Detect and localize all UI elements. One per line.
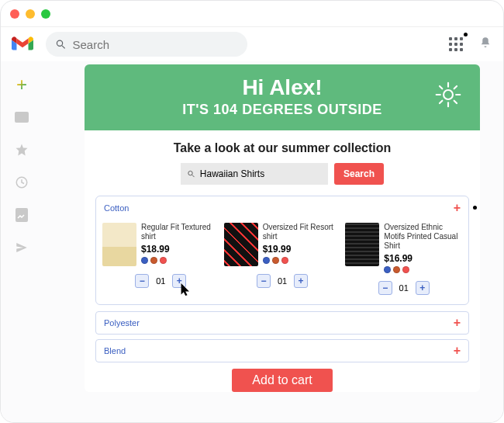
window-zoom-dot[interactable] <box>41 9 50 19</box>
banner-greeting: Hi Alex! <box>92 75 472 100</box>
window-close-dot[interactable] <box>10 9 19 19</box>
sidebar-sent-icon[interactable] <box>14 240 29 255</box>
category-label: Polyester <box>104 318 140 328</box>
product-search-row: Search <box>85 163 480 185</box>
main-body: + Hi Alex! IT'S 104 DEGREES OUTSIDE <box>1 61 503 422</box>
qty-plus-button[interactable]: + <box>172 274 186 288</box>
cursor-icon <box>180 282 192 297</box>
category-label: Blend <box>104 346 126 355</box>
category-cotton: Cotton + Regular Fit Textured shirt $18.… <box>95 196 469 305</box>
product-card: Oversized Ethnic Motifs Printed Casual S… <box>345 223 462 301</box>
bell-icon <box>478 36 492 50</box>
svg-point-5 <box>444 90 453 99</box>
gmail-logo-icon <box>12 36 33 53</box>
svg-line-10 <box>440 86 442 88</box>
product-price: $16.99 <box>384 253 462 264</box>
svg-line-1 <box>62 46 65 49</box>
category-blend[interactable]: Blend + <box>95 339 469 362</box>
swatch-red[interactable] <box>160 257 167 264</box>
swatch-brown[interactable] <box>272 257 279 264</box>
swatch-blue[interactable] <box>384 266 391 273</box>
qty-minus-button[interactable]: − <box>378 281 392 295</box>
global-search[interactable] <box>46 32 247 57</box>
svg-line-11 <box>454 101 457 103</box>
swatch-brown[interactable] <box>393 266 400 273</box>
product-search-input[interactable] <box>200 168 322 179</box>
product-name: Oversized Fit Resort shirt <box>263 223 341 241</box>
product-image[interactable] <box>224 223 258 266</box>
category-header-cotton[interactable]: Cotton + <box>96 196 468 220</box>
quantity-stepper: − 01 + <box>102 274 219 288</box>
sidebar-snoozed-icon[interactable] <box>14 175 29 190</box>
qty-value: 01 <box>155 276 166 286</box>
email-content-area: Hi Alex! IT'S 104 DEGREES OUTSIDE Take a… <box>43 61 503 422</box>
svg-point-14 <box>188 171 192 175</box>
product-price: $19.99 <box>263 244 341 255</box>
svg-rect-4 <box>16 208 28 222</box>
compose-button[interactable]: + <box>14 77 29 92</box>
qty-value: 01 <box>399 283 409 293</box>
svg-line-12 <box>454 86 457 88</box>
product-search-box[interactable] <box>181 163 328 185</box>
sun-icon <box>435 81 461 108</box>
decorative-dot <box>473 206 477 210</box>
qty-plus-button[interactable]: + <box>416 281 430 295</box>
expand-icon: + <box>454 316 461 330</box>
color-swatches <box>141 257 219 264</box>
top-toolbar <box>1 27 503 61</box>
app-window: + Hi Alex! IT'S 104 DEGREES OUTSIDE <box>0 0 504 423</box>
product-name: Oversized Ethnic Motifs Printed Casual S… <box>384 223 462 251</box>
qty-value: 01 <box>277 276 288 286</box>
category-label: Cotton <box>104 203 129 213</box>
color-swatches <box>384 266 462 273</box>
expand-icon: + <box>454 344 461 358</box>
swatch-red[interactable] <box>281 257 288 264</box>
swatch-blue[interactable] <box>263 257 270 264</box>
product-price: $18.99 <box>141 244 219 255</box>
notification-dot <box>464 33 468 36</box>
product-image[interactable] <box>102 223 136 266</box>
qty-plus-button[interactable]: + <box>294 274 308 288</box>
expand-icon: + <box>454 201 461 215</box>
promo-banner: Hi Alex! IT'S 104 DEGREES OUTSIDE <box>85 64 480 130</box>
quantity-stepper: − 01 + <box>224 274 341 288</box>
svg-line-13 <box>440 101 442 103</box>
category-polyester[interactable]: Polyester + <box>95 311 469 335</box>
product-list: Regular Fit Textured shirt $18.99 <box>96 220 468 304</box>
qty-minus-button[interactable]: − <box>135 274 149 288</box>
global-search-input[interactable] <box>72 38 238 51</box>
color-swatches <box>263 257 341 264</box>
product-search-button[interactable]: Search <box>334 163 384 185</box>
sidebar-inbox-icon[interactable] <box>14 109 29 125</box>
window-minimize-dot[interactable] <box>26 9 35 19</box>
banner-headline: IT'S 104 DEGREES OUTSIDE <box>92 102 472 118</box>
svg-rect-2 <box>15 112 29 123</box>
email-card: Hi Alex! IT'S 104 DEGREES OUTSIDE Take a… <box>85 64 480 392</box>
apps-button[interactable] <box>449 37 463 51</box>
quantity-stepper: − 01 + <box>345 281 462 295</box>
swatch-blue[interactable] <box>141 257 148 264</box>
swatch-brown[interactable] <box>150 257 157 264</box>
window-titlebar <box>1 1 503 27</box>
add-to-cart-button[interactable]: Add to cart <box>232 369 332 392</box>
qty-minus-button[interactable]: − <box>257 274 271 288</box>
sidebar-starred-icon[interactable] <box>14 142 29 158</box>
sidebar: + <box>1 61 43 422</box>
apps-grid-icon <box>449 37 463 51</box>
subtitle-text: Take a look at our summer collection <box>85 141 480 155</box>
product-image[interactable] <box>345 223 379 266</box>
sidebar-drafts-icon[interactable] <box>14 207 29 223</box>
svg-line-15 <box>192 175 195 177</box>
svg-point-0 <box>57 40 62 46</box>
swatch-red[interactable] <box>402 266 409 273</box>
search-icon <box>55 38 66 50</box>
notifications-button[interactable] <box>478 36 492 54</box>
product-card: Regular Fit Textured shirt $18.99 <box>102 223 219 301</box>
product-card: Oversized Fit Resort shirt $19.99 <box>224 223 341 301</box>
search-icon <box>187 169 195 179</box>
product-name: Regular Fit Textured shirt <box>141 223 219 241</box>
